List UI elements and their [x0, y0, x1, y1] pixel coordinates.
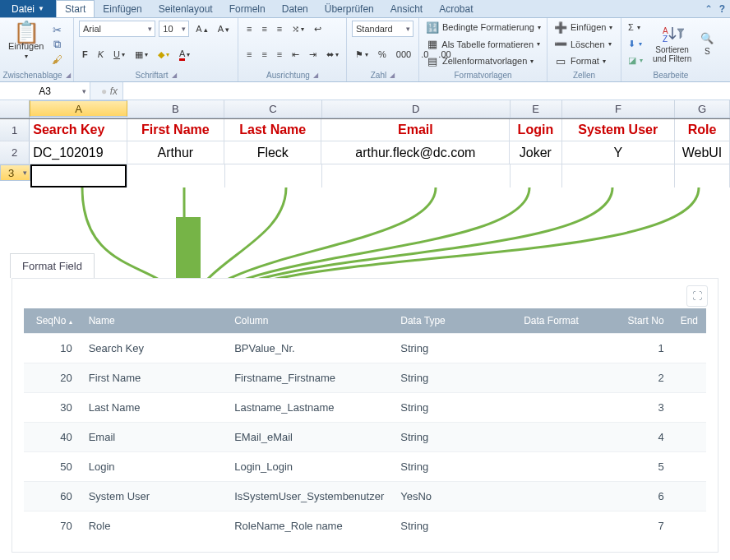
- cell-A1[interactable]: Search Key: [30, 119, 127, 141]
- th-end[interactable]: End: [672, 308, 706, 334]
- cell-G3[interactable]: [675, 164, 730, 187]
- tab-ueberpruefen[interactable]: Überprüfen: [316, 0, 382, 17]
- font-color-button[interactable]: A▾: [176, 46, 193, 62]
- conditional-formatting-button[interactable]: 🔢Bedingte Formatierung▾: [424, 20, 542, 35]
- expand-icon[interactable]: ⛶: [686, 285, 708, 307]
- find-select-button[interactable]: 🔍 S: [700, 20, 714, 67]
- cell-G2[interactable]: WebUI: [675, 141, 730, 164]
- cell-F3[interactable]: [562, 164, 675, 187]
- shrink-font-button[interactable]: A▾: [215, 21, 233, 37]
- font-size-select[interactable]: 10: [159, 21, 189, 37]
- orientation-button[interactable]: ⤭▾: [289, 21, 307, 37]
- cell-F1[interactable]: System User: [562, 119, 675, 141]
- cell-E1[interactable]: Login: [510, 119, 561, 141]
- cut-icon[interactable]: ✂: [50, 23, 63, 36]
- format-cells-button[interactable]: ▭Format▾: [552, 53, 616, 68]
- th-name[interactable]: Name: [81, 308, 226, 334]
- align-bottom-button[interactable]: ≡: [274, 21, 285, 37]
- indent-inc-button[interactable]: ⇥: [306, 46, 320, 62]
- fill-button[interactable]: ⬇▾: [626, 36, 645, 51]
- help-icon[interactable]: ?: [719, 3, 725, 15]
- tab-seitenlayout[interactable]: Seitenlayout: [150, 0, 221, 17]
- tab-format-field[interactable]: Format Field: [10, 253, 95, 278]
- table-row[interactable]: 10Search KeyBPValue_Nr.String1: [24, 334, 706, 363]
- th-dataformat[interactable]: Data Format: [515, 308, 617, 334]
- th-column[interactable]: Column: [226, 308, 392, 334]
- fx-label[interactable]: ● fx: [90, 82, 123, 100]
- comma-button[interactable]: 000: [393, 46, 414, 62]
- currency-button[interactable]: ⚑▾: [352, 46, 372, 62]
- tab-acrobat[interactable]: Acrobat: [431, 0, 481, 17]
- cell-B1[interactable]: First Name: [127, 119, 224, 141]
- cell-D2[interactable]: arthur.fleck@dc.com: [321, 141, 510, 164]
- cell-D3[interactable]: [322, 164, 511, 187]
- tab-formeln[interactable]: Formeln: [221, 0, 274, 17]
- cell-B2[interactable]: Arthur: [127, 141, 224, 164]
- insert-cells-button[interactable]: ➕Einfügen▾: [552, 20, 616, 35]
- row-header-2[interactable]: 2: [0, 141, 30, 164]
- table-row[interactable]: 20First NameFirstname_FirstnameString2: [24, 363, 706, 393]
- align-right-button[interactable]: ≡: [274, 46, 285, 62]
- cell-C2[interactable]: Fleck: [224, 141, 321, 164]
- fill-color-button[interactable]: ◆▾: [155, 46, 173, 62]
- delete-cells-button[interactable]: ➖Löschen▾: [552, 37, 616, 52]
- align-center-button[interactable]: ≡: [258, 46, 270, 62]
- dialog-launcher-icon[interactable]: ◢: [313, 72, 318, 79]
- dialog-launcher-icon[interactable]: ◢: [172, 72, 177, 79]
- table-row[interactable]: 70RoleRoleName_Role nameString7: [24, 511, 706, 541]
- align-left-button[interactable]: ≡: [243, 46, 255, 62]
- copy-icon[interactable]: ⧉: [50, 38, 63, 51]
- paste-button[interactable]: 📋 Einfügen ▾: [5, 20, 47, 66]
- tab-einfuegen[interactable]: Einfügen: [95, 0, 150, 17]
- format-painter-icon[interactable]: 🖌: [50, 53, 63, 66]
- cell-A3[interactable]: [30, 164, 127, 187]
- cell-C3[interactable]: [225, 164, 322, 187]
- dialog-launcher-icon[interactable]: ◢: [66, 72, 71, 79]
- align-top-button[interactable]: ≡: [243, 21, 255, 37]
- table-row[interactable]: 50LoginLogin_LoginString5: [24, 452, 706, 482]
- cell-E3[interactable]: [511, 164, 562, 187]
- bold-button[interactable]: F: [79, 46, 91, 62]
- row-header-3[interactable]: 3: [0, 164, 30, 181]
- table-row[interactable]: 30Last NameLastname_LastnameString3: [24, 393, 706, 423]
- underline-button[interactable]: U▾: [110, 46, 128, 62]
- italic-button[interactable]: K: [95, 46, 107, 62]
- sort-filter-button[interactable]: AZ Sortieren und Filtern: [649, 20, 695, 67]
- cell-G1[interactable]: Role: [675, 119, 730, 141]
- tab-daten[interactable]: Daten: [274, 0, 316, 17]
- th-seqno[interactable]: SeqNo ▴: [24, 308, 81, 334]
- cell-A2[interactable]: DC_102019: [30, 141, 127, 164]
- clear-button[interactable]: ◪▾: [626, 53, 645, 67]
- cell-B3[interactable]: [127, 164, 224, 187]
- align-middle-button[interactable]: ≡: [258, 21, 270, 37]
- table-row[interactable]: 40EmailEMail_eMailString4: [24, 423, 706, 452]
- formula-input[interactable]: [123, 82, 730, 100]
- indent-dec-button[interactable]: ⇤: [289, 46, 303, 62]
- format-as-table-button[interactable]: ▦Als Tabelle formatieren▾: [424, 37, 542, 52]
- table-row[interactable]: 60System UserIsSystemUser_Systembenutzer…: [24, 482, 706, 511]
- col-header-A[interactable]: A: [30, 100, 127, 117]
- font-name-select[interactable]: Arial: [79, 21, 155, 37]
- col-header-F[interactable]: F: [562, 100, 675, 118]
- grow-font-button[interactable]: A▴: [192, 21, 210, 37]
- col-header-E[interactable]: E: [511, 100, 562, 118]
- cell-styles-button[interactable]: ▤Zellenformatvorlagen▾: [424, 53, 542, 68]
- tab-ansicht[interactable]: Ansicht: [382, 0, 431, 17]
- th-datatype[interactable]: Data Type: [392, 308, 515, 334]
- border-button[interactable]: ▦▾: [132, 46, 151, 62]
- row-header-1[interactable]: 1: [0, 119, 30, 141]
- percent-button[interactable]: %: [375, 46, 390, 62]
- col-header-C[interactable]: C: [224, 100, 321, 118]
- wrap-text-button[interactable]: ↩: [311, 21, 325, 37]
- cell-E2[interactable]: Joker: [510, 141, 561, 164]
- name-box[interactable]: A3: [0, 82, 90, 100]
- col-header-G[interactable]: G: [675, 100, 730, 118]
- tab-start[interactable]: Start: [56, 0, 95, 17]
- dialog-launcher-icon[interactable]: ◢: [390, 72, 395, 79]
- col-header-B[interactable]: B: [127, 100, 224, 118]
- cell-F2[interactable]: Y: [562, 141, 675, 164]
- minimize-ribbon-icon[interactable]: ⌃: [705, 3, 713, 15]
- autosum-button[interactable]: Σ▾: [626, 20, 645, 35]
- merge-center-button[interactable]: ⬌▾: [323, 46, 342, 62]
- file-menu[interactable]: Datei ▼: [0, 0, 56, 17]
